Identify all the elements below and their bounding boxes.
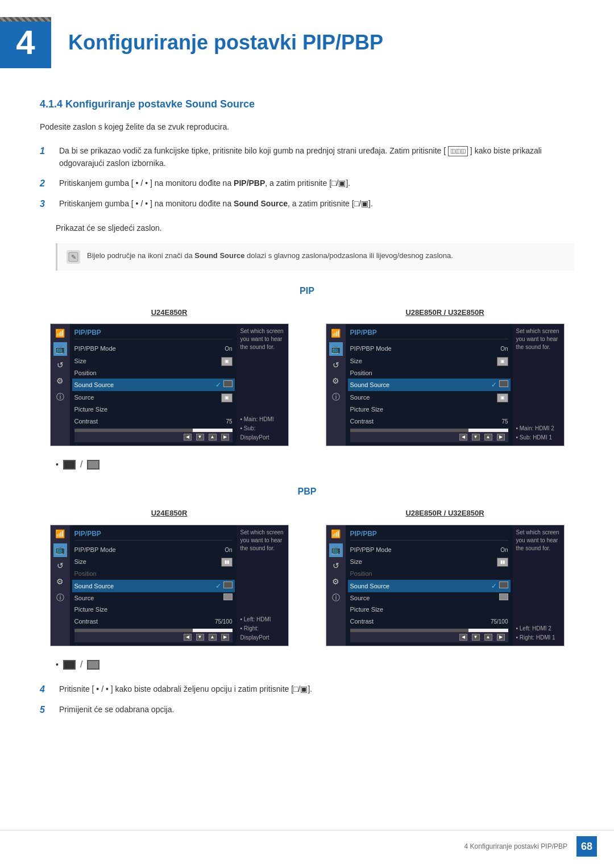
svg-text:✎: ✎	[71, 254, 76, 260]
pip-u28-block: U28E850R / U32E850R 📶 📺 ↺ ⚙ ⓘ PIP/PBP PI…	[316, 307, 574, 447]
menu-sidebar-pbp-left: 📶 📺 ↺ ⚙ ⓘ	[51, 525, 70, 646]
note-text: Bijelo područje na ikoni znači da Sound …	[87, 250, 453, 261]
menu-bottom-bar: ◀ ▼ ▲ ▶	[74, 432, 233, 442]
pbp-row-mode: PIP/PBP ModeOn	[74, 544, 233, 556]
menu-title-r: PIP/PBP	[350, 327, 508, 339]
bullet-main-r: Main: HDMI 2	[516, 424, 561, 433]
pbp-row-size: Size ▮▮	[74, 555, 233, 568]
pbp-r-nav-up: ▲	[484, 634, 492, 641]
step-3: 3 Pritiskanjem gumba [ • / • ] na monito…	[40, 197, 574, 211]
menu-right-pbp-left: Set which screen you want to hear the so…	[237, 525, 288, 646]
pbp-r-row-picsize: Picture Size	[350, 604, 508, 616]
pbp-u28-label: U28E850R / U32E850R	[405, 508, 484, 519]
menu-row-source: Source ▣	[74, 391, 233, 404]
menu-title-pbp: PIP/PBP	[74, 529, 233, 541]
panel-bullets-pbp-r: Left: HDMI 2 Right: HDMI 1	[516, 624, 561, 642]
menu-title: PIP/PBP	[74, 327, 233, 339]
pbp-r-icon-4: ⚙	[329, 575, 343, 589]
pip-device-row: U24E850R 📶 📺 ↺ ⚙ ⓘ PIP/PBP PIP/PBP ModeO…	[40, 307, 574, 447]
panel-text-pbp: Set which screen you want to hear the so…	[240, 529, 285, 553]
panel-text-pbp-r: Set which screen you want to hear the so…	[516, 529, 561, 553]
pbp-icon-sub	[87, 660, 99, 670]
panel-bullets: Main: HDMI Sub: DisplayPort	[240, 415, 285, 442]
pbp-r-row-position: Position	[350, 568, 508, 580]
pbp-nav-enter: ▶	[221, 634, 229, 641]
pbp-row-sound: Sound Source ✓	[72, 580, 235, 592]
sidebar-icon-5: ⓘ	[53, 390, 67, 404]
pbp-r-icon-5: ⓘ	[329, 591, 343, 605]
nav-down: ▼	[196, 434, 204, 441]
pbp-r-icon-3: ↺	[329, 559, 343, 573]
nav-r-left: ◀	[459, 434, 467, 441]
menu-row-r-contrast: Contrast75	[350, 416, 508, 427]
panel-bullets-r: Main: HDMI 2 Sub: HDMI 1	[516, 424, 561, 442]
note-box: ✎ Bijelo područje na ikoni znači da Soun…	[56, 243, 574, 271]
pbp-r-nav-left: ◀	[459, 634, 467, 641]
pbp-row-contrast: Contrast75/100	[74, 616, 233, 628]
chapter-number-box: 4	[0, 17, 51, 68]
pbp-r-row-contrast: Contrast75/100	[350, 616, 508, 628]
menu-row-picsize: Picture Size	[74, 404, 233, 416]
chapter-title: Konfiguriranje postavki PIP/PBP	[68, 27, 383, 58]
nav-r-down: ▼	[472, 434, 480, 441]
sidebar-icon-r5: ⓘ	[329, 390, 343, 404]
menu-row-position: Position	[74, 367, 233, 379]
menu-right-panel-r: Set which screen you want to hear the so…	[513, 324, 564, 446]
pbp-icon-5: ⓘ	[53, 591, 67, 605]
pbp-u24-label: U24E850R	[151, 508, 188, 519]
pip-icon-bullet: • /	[56, 458, 574, 471]
note-icon: ✎	[67, 250, 80, 264]
nav-r-enter: ▶	[497, 434, 505, 441]
pbp-r-row-mode: PIP/PBP ModeOn	[350, 544, 508, 556]
pbp-u24-menu: 📶 📺 ↺ ⚙ ⓘ PIP/PBP PIP/PBP ModeOn Size ▮▮	[50, 525, 289, 647]
pbp-icon-2: 📺	[53, 543, 67, 557]
panel-header-text-r: Set which screen you want to hear the so…	[516, 327, 561, 351]
bullet-right-r: Right: HDMI 1	[516, 633, 561, 642]
menu-row-r-sound: Sound Source ✓	[348, 379, 511, 391]
pbp-r-row-source: Source	[350, 592, 508, 604]
menu-right-panel: Set which screen you want to hear the so…	[237, 324, 288, 446]
menu-main-right: PIP/PBP PIP/PBP ModeOn Size ▣ Position S…	[346, 324, 513, 446]
sidebar-icon-1: 📶	[53, 326, 67, 340]
pbp-r-nav-enter: ▶	[497, 634, 505, 641]
menu-row-r-position: Position	[350, 367, 508, 379]
intro-text: Podesite zaslon s kojeg želite da se zvu…	[40, 121, 574, 133]
pip-icon-sub	[87, 460, 99, 470]
bullet-sub: Sub: DisplayPort	[240, 424, 285, 442]
step-1: 1 Da bi se prikazao vodič za funkcijske …	[40, 144, 574, 170]
bullet-main: Main: HDMI	[240, 415, 285, 424]
pbp-row-source: Source	[74, 592, 233, 604]
pbp-icon-3: ↺	[53, 559, 67, 573]
pip-u28-label: U28E850R / U32E850R	[405, 307, 484, 318]
pbp-u28-menu: 📶 📺 ↺ ⚙ ⓘ PIP/PBP PIP/PBP ModeOn Size ▮▮	[326, 525, 565, 647]
bullet-sub-r: Sub: HDMI 1	[516, 433, 561, 442]
menu-sidebar-pbp-right: 📶 📺 ↺ ⚙ ⓘ	[326, 525, 346, 646]
page-header: 4 Konfiguriranje postavki PIP/PBP	[0, 0, 614, 80]
bullet-right: Right: DisplayPort	[240, 624, 285, 642]
pbp-nav-up: ▲	[209, 634, 217, 641]
menu-sidebar-left: 📶 📺 ↺ ⚙ ⓘ	[51, 324, 70, 446]
sidebar-icon-r4: ⚙	[329, 374, 343, 388]
nav-r-up: ▲	[484, 434, 492, 441]
menu-bottom-pbp-r: ◀ ▼ ▲ ▶	[350, 632, 508, 642]
pip-u24-block: U24E850R 📶 📺 ↺ ⚙ ⓘ PIP/PBP PIP/PBP ModeO…	[40, 307, 298, 447]
menu-row-size: Size ▣	[74, 355, 233, 367]
menu-bottom-bar-r: ◀ ▼ ▲ ▶	[350, 432, 508, 442]
menu-row-mode: PIP/PBP ModeOn	[74, 343, 233, 355]
menu-row-r-mode: PIP/PBP ModeOn	[350, 343, 508, 355]
pbp-row-picsize: Picture Size	[74, 604, 233, 616]
pbp-nav-left: ◀	[184, 634, 192, 641]
nav-enter: ▶	[221, 434, 229, 441]
sidebar-icon-r3: ↺	[329, 358, 343, 372]
pbp-r-icon-1: 📶	[329, 528, 343, 541]
menu-main-left: PIP/PBP PIP/PBP ModeOn Size ▣ Position S…	[70, 324, 237, 446]
steps-bottom-list: 4 Pritisnite [ • / • ] kako biste odabra…	[40, 683, 574, 717]
menu-main-pbp-right: PIP/PBP PIP/PBP ModeOn Size ▮▮ Position …	[346, 525, 513, 646]
sidebar-icon-r1: 📶	[329, 326, 343, 340]
menu-row-r-source: Source ▣	[350, 391, 508, 404]
pip-u24-menu: 📶 📺 ↺ ⚙ ⓘ PIP/PBP PIP/PBP ModeOn Size ▣	[50, 323, 289, 446]
pbp-u24-block: U24E850R 📶 📺 ↺ ⚙ ⓘ PIP/PBP PIP/PBP ModeO…	[40, 508, 298, 646]
sidebar-icon-3: ↺	[53, 358, 67, 372]
pip-section-label: PIP	[40, 284, 574, 298]
step-4: 4 Pritisnite [ • / • ] kako biste odabra…	[40, 683, 574, 696]
